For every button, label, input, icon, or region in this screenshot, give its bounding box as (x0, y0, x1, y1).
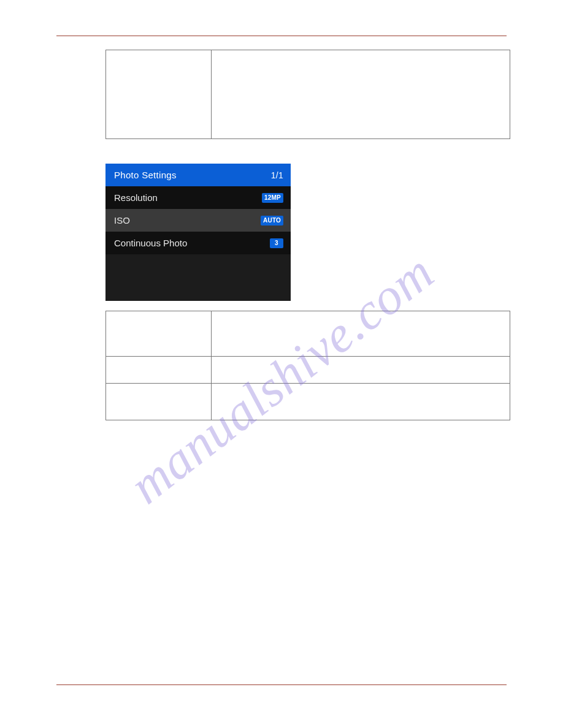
screen-header: Photo Settings 1/1 (105, 164, 291, 186)
menu-item-continuous-photo[interactable]: Continuous Photo 3 (105, 232, 291, 254)
top-rule (56, 36, 507, 36)
value-badge: 3 (270, 238, 283, 248)
menu-item-label: Continuous Photo (114, 238, 187, 248)
table-cell (212, 357, 510, 384)
table-row (106, 357, 510, 384)
table-cell (106, 357, 212, 384)
screen-page-indicator: 1/1 (271, 170, 283, 180)
table-cell (212, 311, 510, 357)
table-cell (106, 311, 212, 357)
screen-blank-area (105, 254, 291, 301)
value-badge: 12MP (262, 193, 283, 203)
menu-item-label: Resolution (114, 192, 158, 203)
menu-item-resolution[interactable]: Resolution 12MP (105, 186, 291, 209)
menu-item-label: ISO (114, 215, 130, 226)
table-cell (212, 384, 510, 420)
table-cell (212, 50, 510, 139)
table-row (106, 311, 510, 357)
menu-item-iso[interactable]: ISO AUTO (105, 209, 291, 232)
table-cell (106, 384, 212, 420)
bottom-rule (56, 684, 507, 685)
value-badge: AUTO (261, 216, 283, 226)
table-row (106, 50, 510, 139)
page: Photo Settings 1/1 Resolution 12MP ISO A… (0, 0, 563, 728)
top-table (105, 50, 510, 139)
table-cell (106, 50, 212, 139)
bottom-table (105, 311, 510, 420)
device-screenshot: Photo Settings 1/1 Resolution 12MP ISO A… (105, 164, 507, 301)
photo-settings-screen: Photo Settings 1/1 Resolution 12MP ISO A… (105, 164, 291, 301)
screen-title: Photo Settings (114, 170, 177, 180)
table-row (106, 384, 510, 420)
